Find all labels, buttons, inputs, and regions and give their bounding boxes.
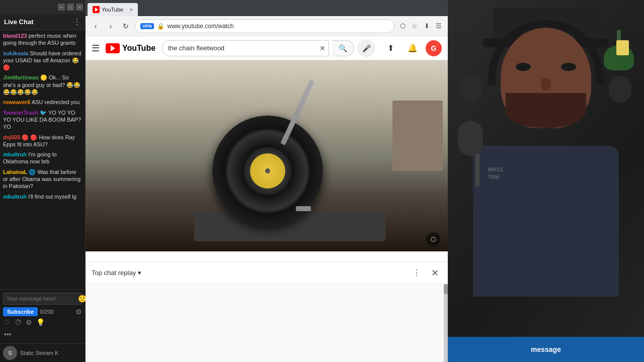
subscribe-button[interactable]: Subscribe <box>3 307 38 316</box>
youtube-search-bar[interactable]: the chain fleetwood ✕ <box>162 40 329 56</box>
hamburger-menu-icon[interactable]: ☰ <box>92 43 100 54</box>
scrollbar-thumb[interactable] <box>444 284 448 294</box>
chat-username: TweeterTrash <box>3 110 38 116</box>
chat-input-row: 🙂 <box>3 293 82 305</box>
play-triangle-icon <box>111 45 115 51</box>
toolbar-right-icons: ⬡ ☆ ⬇ ☰ <box>397 21 444 31</box>
account-avatar[interactable]: G <box>426 40 442 56</box>
list-item: bland123 perfect music when going throug… <box>3 32 82 47</box>
list-item: LahainaL 🌐 Was that before or after Obam… <box>3 168 82 190</box>
list-item: roweaver6 ASU redirected you <box>3 99 82 106</box>
live-chat-title: Live Chat <box>4 18 34 26</box>
scrollbar[interactable] <box>444 284 448 362</box>
user-row: S Static Stream K <box>0 343 85 362</box>
microphone <box>458 121 483 156</box>
live-chat-header: Live Chat ⋮ <box>0 14 85 30</box>
reload-button[interactable]: ↻ <box>120 20 132 32</box>
search-area: the chain fleetwood ✕ 🔍 🎤 <box>162 39 375 57</box>
chat-username: roweaver6 <box>3 99 30 105</box>
chevron-down-icon: ▾ <box>138 269 141 277</box>
youtube-logo-icon <box>106 43 120 53</box>
youtube-favicon <box>93 6 100 13</box>
chat-message-input[interactable] <box>7 296 76 302</box>
download-icon[interactable]: ⬇ <box>422 21 432 31</box>
chat-text: I'll find out myself lg <box>28 194 76 200</box>
chat-input-area: 🙂 Subscribe 0/200 ⚙ ♡ ⏱ ⚙ 💡 ••• <box>0 289 85 343</box>
webcam-bottom-text: message <box>531 345 561 353</box>
background-object <box>392 101 443 171</box>
settings-icon[interactable]: ⚙ <box>75 308 82 316</box>
list-item: sukikoala Should have ordered your USAID… <box>3 50 82 71</box>
subscribe-row: Subscribe 0/200 ⚙ <box>3 307 82 316</box>
minimize-button[interactable]: ─ <box>58 4 65 11</box>
subscriber-count: 0/200 <box>40 309 54 315</box>
shirt-text: MKCLTRH <box>488 166 504 182</box>
upload-icon[interactable]: ⬆ <box>381 39 399 57</box>
close-button[interactable]: × <box>76 4 83 11</box>
list-item: mkultruh I'm going to Oklahoma now brb <box>3 151 82 165</box>
chat-bottom-icons: ♡ ⏱ ⚙ 💡 <box>3 316 82 328</box>
chat-menu-button[interactable]: ⋮ <box>73 17 81 27</box>
lock-icon: 🔒 <box>157 23 165 30</box>
avatar: S <box>3 346 17 360</box>
search-clear-icon[interactable]: ✕ <box>316 44 329 52</box>
list-item: dsj505 🔴 🔴 How does Ray Epps fit into AS… <box>3 134 82 148</box>
chat-messages-list: bland123 perfect music when going throug… <box>0 30 85 289</box>
video-frame <box>86 60 448 251</box>
youtube-header-right: ⬆ 🔔 G <box>381 39 442 57</box>
search-query-text: the chain fleetwood <box>168 44 310 52</box>
address-bar[interactable]: VPN 🔒 www.youtube.com/watch <box>135 19 394 33</box>
video-player[interactable]: ⬡ <box>86 60 448 251</box>
window-controls: ─ □ × <box>0 0 85 14</box>
browser-panel: YouTube × ‹ › ↻ VPN 🔒 www.youtube.com/wa… <box>86 0 448 362</box>
tonearm-head <box>296 206 311 211</box>
search-button[interactable]: 🔍 <box>332 40 354 56</box>
list-item: TweeterTrash 🐦 YO YO YO YO YOU LIKE DA B… <box>3 109 82 131</box>
chat-replay-content <box>86 284 448 362</box>
voice-search-button[interactable]: 🎤 <box>357 39 375 57</box>
heart-icon[interactable]: ♡ <box>4 318 11 326</box>
chat-replay-close-button[interactable]: ✕ <box>428 266 442 280</box>
chat-replay-panel: Top chat replay ▾ ⋮ ✕ <box>86 261 448 362</box>
chat-username: sukikoala <box>3 50 28 56</box>
webcam-panel: MKCLTRH message <box>448 0 644 362</box>
tab-label: YouTube <box>102 7 123 13</box>
youtube-header: ☰ YouTube the chain fleetwood ✕ 🔍 🎤 ⬆ <box>86 36 448 60</box>
youtube-logo-text: YouTube <box>122 44 155 53</box>
search-input-wrapper: the chain fleetwood <box>162 44 316 52</box>
lightbulb-icon[interactable]: 💡 <box>36 318 45 326</box>
play-icon <box>95 8 98 12</box>
forward-button[interactable]: › <box>105 20 117 32</box>
list-item: mkultruh I'll find out myself lg <box>3 193 82 200</box>
webcam-feed: MKCLTRH message <box>448 0 644 362</box>
clock-icon[interactable]: ⏱ <box>15 318 22 326</box>
cast-icon[interactable]: ⬡ <box>397 21 408 31</box>
chat-text: ASU redirected you <box>32 99 79 105</box>
maximize-button[interactable]: □ <box>67 4 74 11</box>
chat-replay-title[interactable]: Top chat replay ▾ <box>92 269 141 277</box>
chat-replay-actions: ⋮ ✕ <box>410 266 442 280</box>
chat-more-icons: ••• <box>3 328 82 340</box>
chat-username: LahainaL <box>3 169 27 175</box>
chat-username: dsj505 <box>3 134 20 140</box>
vpn-badge: VPN <box>140 23 154 29</box>
menu-icon[interactable]: ☰ <box>434 21 444 31</box>
chat-username: mkultruh <box>3 194 27 200</box>
chat-replay-title-text: Top chat replay <box>92 269 136 277</box>
notifications-icon[interactable]: 🔔 <box>404 39 422 57</box>
bookmark-icon[interactable]: ☆ <box>410 21 420 31</box>
browser-tabs-bar: YouTube × <box>86 0 448 16</box>
more-icon[interactable]: ••• <box>4 330 12 338</box>
tab-close-icon[interactable]: × <box>130 7 133 13</box>
chat-username: bland123 <box>3 33 27 39</box>
youtube-page: ☰ YouTube the chain fleetwood ✕ 🔍 🎤 ⬆ <box>86 36 448 362</box>
youtube-logo[interactable]: YouTube <box>106 43 155 53</box>
pip-icon[interactable]: ⬡ <box>426 232 440 246</box>
browser-tab-youtube[interactable]: YouTube × <box>88 3 138 16</box>
beard <box>506 93 586 128</box>
browser-toolbar: ‹ › ↻ VPN 🔒 www.youtube.com/watch ⬡ ☆ ⬇ … <box>86 16 448 36</box>
back-button[interactable]: ‹ <box>90 20 102 32</box>
chat-replay-menu-button[interactable]: ⋮ <box>410 266 424 280</box>
webcam-bottom-bar: message <box>448 337 644 362</box>
settings-icon-2[interactable]: ⚙ <box>26 318 32 326</box>
